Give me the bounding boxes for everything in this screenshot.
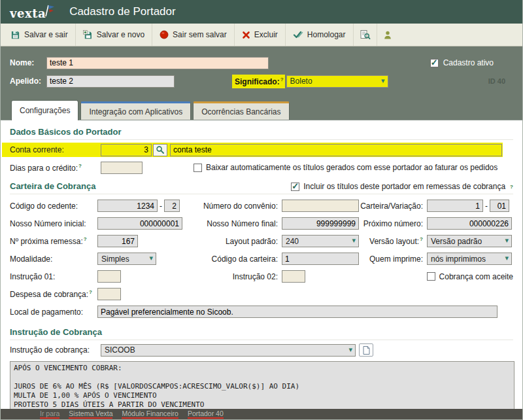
modality-select[interactable]: Simples <box>97 253 156 265</box>
tab-ocorrencias-bancarias[interactable]: Ocorrências Bancárias <box>193 101 289 120</box>
save-new-icon <box>83 30 93 40</box>
save-new-button[interactable]: Salvar e novo <box>76 24 152 46</box>
chevron-down-icon <box>348 346 352 353</box>
who-prints-select[interactable]: nós imprimimos <box>427 253 512 265</box>
chevron-down-icon <box>381 77 385 84</box>
credit-days-row: Dias para o crédito:? Baixar automaticam… <box>10 160 513 175</box>
approve-label: Homologar <box>307 30 346 39</box>
vexta-flag-icon <box>44 4 55 17</box>
layout-version-select[interactable]: Versão padrão <box>427 235 512 247</box>
collection-fee-help-marker[interactable]: ? <box>89 289 92 295</box>
agreement-field-wrap <box>282 200 360 212</box>
save-exit-button[interactable]: Salvar e sair <box>3 24 76 46</box>
assignor-code-field[interactable] <box>97 200 158 212</box>
status-link-portador[interactable]: Portador 40 <box>188 410 224 419</box>
toolbar: Salvar e sair Salvar e novo Sair sem sal… <box>1 24 522 46</box>
acceptance-wrap: Cobrança com aceite <box>360 272 515 281</box>
active-checkbox[interactable] <box>430 59 439 67</box>
chevron-down-icon <box>352 237 356 244</box>
instruction-text-area[interactable]: APÓS O VENCIMENTO COBRAR: JUROS DE 6% AO… <box>10 361 515 410</box>
next-number-label: Próximo número: <box>360 219 427 228</box>
name-label: Nome: <box>10 58 46 67</box>
tab-integracao-aplicativos[interactable]: Integração com Aplicativos <box>80 101 191 120</box>
user-icon <box>383 30 392 40</box>
acceptance-checkbox[interactable] <box>427 272 435 281</box>
app-window: vexta Cadastro de Portador Salvar e sair <box>0 0 523 420</box>
payment-place-field[interactable] <box>97 306 498 318</box>
default-layout-label: Layout padrão: <box>189 237 282 246</box>
include-remittance-help-marker[interactable]: ? <box>510 184 513 190</box>
account-lookup-button[interactable] <box>153 144 167 156</box>
new-instruction-button[interactable] <box>359 343 373 357</box>
next-remittance-field[interactable] <box>97 235 138 247</box>
status-link-modulo-financeiro[interactable]: Módulo Financeiro <box>122 410 178 419</box>
new-document-icon <box>362 345 371 355</box>
instruction-select[interactable]: SICOOB <box>101 344 356 357</box>
name-field[interactable] <box>46 57 269 69</box>
next-remittance-help-marker[interactable]: ? <box>84 236 87 242</box>
instruction01-field[interactable] <box>97 270 121 283</box>
chevron-down-icon <box>505 237 509 244</box>
instruction01-label: Instrução 01: <box>10 272 97 281</box>
instruction02-field[interactable] <box>282 270 305 283</box>
tab-content: Dados Básicos do Portador Conta corrente… <box>1 120 522 420</box>
portfolio-form-grid: Código do cedente: - Número do convênio:… <box>10 197 513 321</box>
credit-days-field[interactable] <box>101 162 143 174</box>
layout-version-label: Versão layout:? <box>360 236 427 246</box>
status-link-sistema-vexta[interactable]: Sistema Vexta <box>69 410 112 419</box>
include-remittance-label: Incluir os títulos deste portador em rem… <box>303 182 505 191</box>
include-remittance-checkbox[interactable] <box>291 183 299 191</box>
auto-settle-checkbox[interactable] <box>194 164 202 172</box>
chevron-down-icon <box>149 254 153 262</box>
instruction-select-row: Instrução de cobrança: SICOOB <box>10 343 513 357</box>
account-number-field[interactable] <box>101 144 152 156</box>
vexta-logo: vexta <box>10 4 55 20</box>
delete-button[interactable]: Excluir <box>235 24 286 46</box>
variation-field[interactable] <box>490 200 509 212</box>
portfolio-code-field[interactable] <box>282 253 359 265</box>
user-button[interactable] <box>377 24 398 46</box>
default-layout-select[interactable]: 240 <box>282 235 359 247</box>
our-number-end-label: Nosso Número final: <box>189 219 282 228</box>
tab-configuracoes[interactable]: Configurações <box>11 100 78 120</box>
instruction02-label: Instrução 02: <box>189 272 282 281</box>
chevron-down-icon <box>505 254 509 262</box>
instruction-label: Instrução de cobrança: <box>10 345 101 355</box>
assignor-code-label: Código do cedente: <box>10 201 97 211</box>
exit-without-save-button[interactable]: Sair sem salvar <box>152 24 235 46</box>
meaning-help-marker[interactable]: ? <box>280 77 284 82</box>
check-icon <box>293 30 303 39</box>
portfolio-section-header: Carteira de Cobrança Incluir os títulos … <box>10 175 513 194</box>
delete-x-icon <box>242 31 250 39</box>
collection-fee-field[interactable] <box>97 288 121 300</box>
agreement-field[interactable] <box>282 200 359 212</box>
credit-days-help-marker[interactable]: ? <box>78 163 82 169</box>
next-number-field[interactable] <box>427 217 512 230</box>
page-title: Cadastro de Portador <box>69 5 176 18</box>
meaning-select[interactable]: Boleto <box>286 75 388 88</box>
account-label: Conta corrente: <box>10 145 101 154</box>
basic-data-section-header: Dados Básicos do Portador <box>10 120 513 140</box>
assignor-code-digit-field[interactable] <box>164 200 180 212</box>
status-bar: Ir para Sistema Vexta Módulo Financeiro … <box>1 409 522 419</box>
active-checkbox-wrap: Cadastro ativo <box>430 58 494 67</box>
magnifier-icon <box>156 145 165 154</box>
approve-button[interactable]: Homologar <box>286 24 354 46</box>
audit-search-button[interactable] <box>354 24 377 46</box>
title-bar: vexta Cadastro de Portador <box>1 0 522 24</box>
our-number-end-field[interactable] <box>282 217 359 230</box>
portfolio-field[interactable] <box>427 200 483 212</box>
save-new-label: Salvar e novo <box>97 30 144 39</box>
our-number-start-label: Nosso Número inicial: <box>10 219 97 228</box>
delete-label: Excluir <box>254 30 278 39</box>
vexta-logo-text: vexta <box>10 8 46 20</box>
our-number-start-field[interactable] <box>97 217 182 230</box>
layout-version-help-marker[interactable]: ? <box>420 236 423 242</box>
record-id: ID 40 <box>488 77 505 85</box>
portfolio-variation-label: Carteira/Variação: <box>360 201 427 211</box>
credit-days-label: Dias para o crédito:? <box>10 163 101 173</box>
account-name-field[interactable] <box>170 144 502 156</box>
save-exit-label: Salvar e sair <box>24 30 68 39</box>
exit-without-save-label: Sair sem salvar <box>173 30 227 39</box>
alias-field[interactable] <box>46 75 175 88</box>
